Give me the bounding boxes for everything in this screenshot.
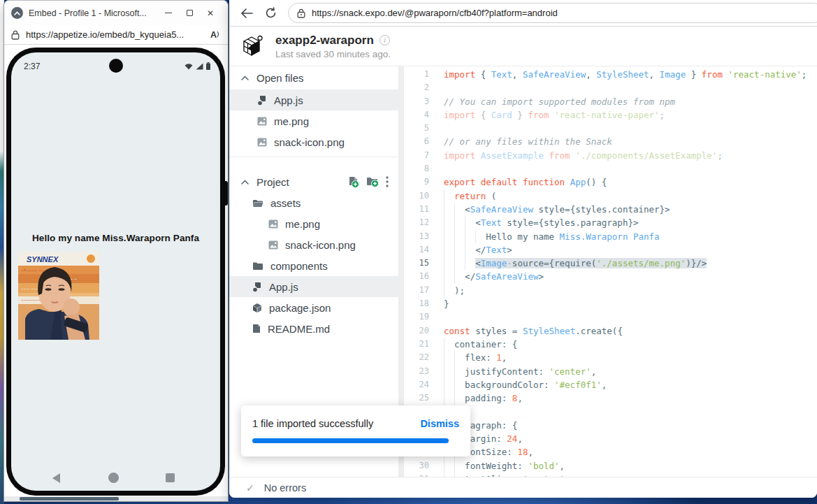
code-line-14[interactable]: 14 </Text> bbox=[404, 243, 817, 257]
code-line-4[interactable]: 4import { Card } from 'react-native-pape… bbox=[404, 108, 817, 122]
sidebar-item-app-js[interactable]: App.js bbox=[229, 89, 398, 110]
back-nav-icon[interactable] bbox=[52, 473, 60, 483]
horizontal-scrollbar[interactable] bbox=[4, 496, 228, 501]
image-icon bbox=[257, 117, 267, 126]
code-line-2[interactable]: 2 bbox=[404, 81, 817, 94]
new-file-button[interactable] bbox=[348, 176, 359, 188]
code-line-15[interactable]: 15 <Image·source={require('./assets/me.p… bbox=[404, 257, 817, 270]
sidebar-item-app-js[interactable]: App.js bbox=[229, 276, 398, 297]
reload-button[interactable] bbox=[259, 3, 282, 24]
toast-progress-bar bbox=[252, 438, 449, 443]
code-line-23[interactable]: 23 justifyContent: 'center', bbox=[404, 365, 817, 378]
snack-logo-icon bbox=[242, 35, 263, 57]
code-line-16[interactable]: 16 </SafeAreaView> bbox=[404, 270, 817, 283]
line-number: 4 bbox=[404, 108, 429, 122]
open-files-section-header[interactable]: Open files bbox=[229, 67, 398, 88]
scrollbar-thumb[interactable] bbox=[20, 497, 119, 501]
code-text: flex: 1, bbox=[444, 351, 817, 364]
lock-icon[interactable] bbox=[297, 8, 305, 18]
photo-brand-text: SYNNEX bbox=[27, 255, 59, 264]
line-number: 19 bbox=[404, 310, 429, 324]
sidebar-item-me-png[interactable]: me.png bbox=[229, 213, 398, 234]
sidebar-item-readme-md[interactable]: README.md bbox=[229, 318, 398, 339]
back-button[interactable] bbox=[235, 3, 259, 24]
sidebar-item-snack-icon-png[interactable]: snack-icon.png bbox=[229, 131, 398, 152]
code-line-5[interactable]: 5 bbox=[404, 122, 817, 135]
sidebar-item-snack-icon-png[interactable]: snack-icon.png bbox=[229, 234, 398, 255]
code-line-1[interactable]: 1import { Text, SafeAreaView, StyleSheet… bbox=[404, 68, 817, 81]
minimize-button[interactable] bbox=[158, 5, 179, 22]
code-line-10[interactable]: 10 return ( bbox=[404, 189, 817, 203]
window-titlebar[interactable]: Embed - Profile 1 - Microsoft... ✕ bbox=[4, 1, 228, 25]
file-label: assets bbox=[270, 197, 301, 209]
code-line-8[interactable]: 8 bbox=[404, 162, 817, 175]
read-aloud-icon[interactable]: A bbox=[210, 30, 221, 40]
image-icon bbox=[268, 219, 278, 229]
code-line-7[interactable]: 7import AssetExample from './components/… bbox=[404, 149, 817, 162]
profile-photo: SYNNEX ~*~~~~ ~~~ ~~~~ ~~~ ~~~~~ ~ ~~ ~~… bbox=[18, 252, 99, 340]
code-line-31[interactable]: 31 textAlign: 'center', bbox=[404, 473, 817, 477]
project-section-header[interactable]: Project bbox=[229, 171, 398, 192]
code-line-20[interactable]: 20const styles = StyleSheet.create({ bbox=[404, 324, 817, 338]
phone-screen[interactable]: 2:37 Hello my name Miss.Waraporn Panfa bbox=[11, 52, 220, 491]
code-text: // or any files within the Snack bbox=[444, 135, 817, 148]
code-line-30[interactable]: 30 fontWeight: 'bold', bbox=[404, 459, 817, 473]
chevron-up-icon[interactable] bbox=[241, 180, 249, 185]
kebab-menu-icon[interactable] bbox=[386, 176, 389, 187]
status-text: No errors bbox=[264, 482, 306, 494]
info-icon[interactable]: i bbox=[379, 35, 390, 45]
home-nav-icon[interactable] bbox=[108, 473, 119, 483]
open-files-label: Open files bbox=[256, 72, 304, 84]
status-time: 2:37 bbox=[24, 62, 40, 71]
line-number: 13 bbox=[404, 230, 429, 243]
sidebar-item-components[interactable]: components bbox=[229, 255, 398, 276]
code-line-6[interactable]: 6// or any files within the Snack bbox=[404, 135, 817, 148]
dismiss-button[interactable]: Dismiss bbox=[420, 418, 459, 429]
phone-power-button[interactable] bbox=[224, 181, 228, 206]
line-number: 24 bbox=[404, 378, 429, 391]
code-text: container: { bbox=[444, 338, 817, 351]
code-line-21[interactable]: 21 container: { bbox=[404, 338, 817, 351]
editor-status-bar: ✓ No errors bbox=[229, 477, 817, 498]
snack-header: exapp2-waraporn i Last saved 30 minutes … bbox=[229, 27, 817, 66]
file-label: App.js bbox=[269, 281, 298, 293]
address-bar[interactable]: https://appetize.io/embed/b_kyqueia5... … bbox=[4, 25, 228, 45]
signal-icon bbox=[196, 63, 203, 70]
code-text: <Image·source={require('./assets/me.png'… bbox=[444, 257, 817, 270]
code-line-9[interactable]: 9export default function App() { bbox=[404, 175, 817, 189]
code-line-3[interactable]: 3// You can import supported modules fro… bbox=[404, 95, 817, 108]
check-icon: ✓ bbox=[246, 482, 254, 494]
window-title: Embed - Profile 1 - Microsoft... bbox=[29, 8, 158, 18]
recents-nav-icon[interactable] bbox=[166, 473, 175, 482]
lock-icon[interactable] bbox=[11, 30, 20, 40]
code-line-24[interactable]: 24 backgroundColor: '#ecf0f1', bbox=[404, 378, 817, 391]
url-text[interactable]: https://appetize.io/embed/b_kyqueia5... bbox=[26, 29, 210, 40]
code-line-19[interactable]: 19 bbox=[404, 310, 817, 324]
sidebar-item-me-png[interactable]: me.png bbox=[229, 110, 398, 131]
camera-hole bbox=[109, 59, 123, 73]
line-number: 10 bbox=[404, 189, 429, 203]
code-line-25[interactable]: 25 padding: 8, bbox=[404, 391, 817, 405]
address-bar[interactable]: https://snack.expo.dev/@pwaraporn/cfb40f… bbox=[288, 3, 817, 23]
project-file-tree: assetsme.pngsnack-icon.pngcomponentsApp.… bbox=[229, 192, 398, 339]
code-line-17[interactable]: 17 ); bbox=[404, 284, 817, 297]
code-text: <Text style={styles.paragraph}> bbox=[444, 216, 817, 229]
sidebar-item-assets[interactable]: assets bbox=[229, 192, 398, 213]
code-line-11[interactable]: 11 <SafeAreaView style={styles.container… bbox=[404, 203, 817, 216]
line-number: 16 bbox=[404, 270, 429, 283]
code-text: </Text> bbox=[444, 243, 817, 257]
close-button[interactable]: ✕ bbox=[200, 5, 221, 22]
url-text[interactable]: https://snack.expo.dev/@pwaraporn/cfb40f… bbox=[312, 8, 558, 18]
maximize-button[interactable] bbox=[179, 5, 200, 22]
code-line-13[interactable]: 13 Hello my name Miss.Waraporn Panfa bbox=[404, 230, 817, 243]
code-text: const styles = StyleSheet.create({ bbox=[444, 324, 817, 338]
code-line-12[interactable]: 12 <Text style={styles.paragraph}> bbox=[404, 216, 817, 229]
line-number: 21 bbox=[404, 338, 429, 351]
chevron-up-icon[interactable] bbox=[241, 75, 249, 80]
app-greeting-text: Hello my name Miss.Waraporn Panfa bbox=[17, 233, 215, 243]
new-folder-button[interactable] bbox=[366, 176, 379, 187]
code-text: import AssetExample from './components/A… bbox=[444, 149, 817, 162]
sidebar-item-package-json[interactable]: package.json bbox=[229, 297, 398, 318]
code-line-18[interactable]: 18} bbox=[404, 297, 817, 310]
code-line-22[interactable]: 22 flex: 1, bbox=[404, 351, 817, 364]
